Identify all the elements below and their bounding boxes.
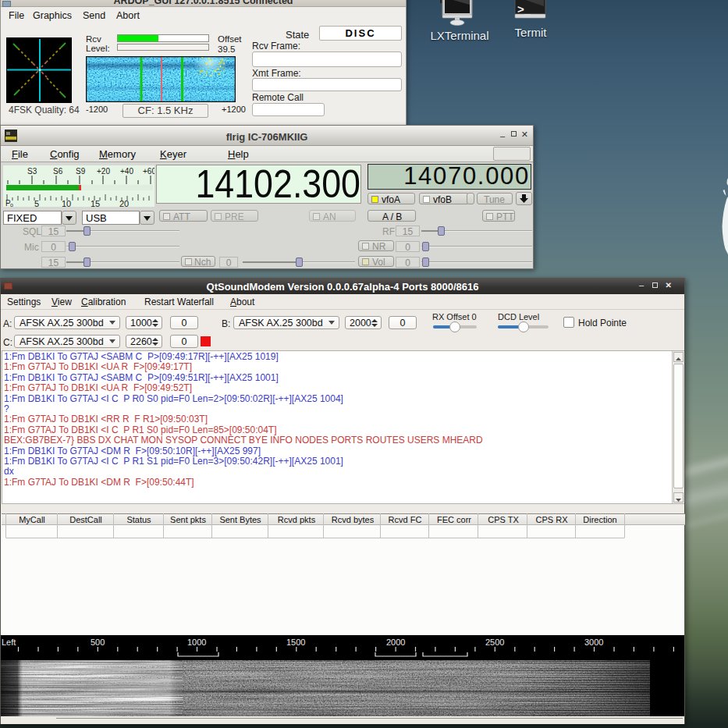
svg-text:5: 5 <box>34 199 39 207</box>
svg-text:o: o <box>10 202 13 207</box>
svg-text:1000: 1000 <box>187 637 206 647</box>
svg-text:>_: >_ <box>517 2 531 16</box>
svg-text:2000: 2000 <box>386 637 405 647</box>
svg-text:S6: S6 <box>53 167 63 176</box>
svg-text:+60: +60 <box>143 167 154 176</box>
svg-text:S9: S9 <box>76 167 86 176</box>
svg-text:3000: 3000 <box>584 637 603 647</box>
svg-text:20: 20 <box>119 199 129 207</box>
svg-text:S3: S3 <box>27 167 37 176</box>
svg-text:15: 15 <box>91 199 100 207</box>
svg-text:+40: +40 <box>120 167 133 176</box>
svg-text:500: 500 <box>91 637 105 647</box>
svg-text:2500: 2500 <box>485 637 504 647</box>
svg-text:1500: 1500 <box>286 637 305 647</box>
svg-text:+20: +20 <box>97 167 110 176</box>
svg-text:10: 10 <box>62 199 71 207</box>
svg-text:Left: Left <box>2 637 16 647</box>
